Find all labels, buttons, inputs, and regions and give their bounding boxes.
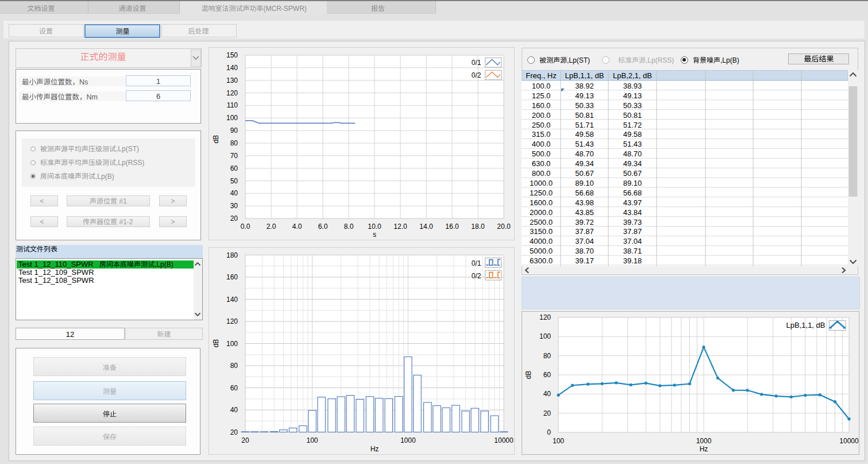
svg-text:>: > bbox=[171, 218, 175, 226]
svg-text:#1-2: #1-2 bbox=[119, 218, 133, 226]
svg-text:<: < bbox=[40, 197, 44, 205]
svg-text:1: 1 bbox=[156, 77, 160, 86]
svg-text:,Lp(B): ,Lp(B) bbox=[720, 56, 739, 64]
svg-text:12: 12 bbox=[66, 330, 74, 339]
svg-text:Nm: Nm bbox=[87, 93, 98, 101]
svg-text:,Lp(RSS): ,Lp(RSS) bbox=[116, 159, 144, 167]
svg-text:,Lp(ST): ,Lp(ST) bbox=[116, 145, 139, 153]
svg-text:,Lp(RSS): ,Lp(RSS) bbox=[646, 56, 674, 64]
svg-text:,Lp(ST): ,Lp(ST) bbox=[567, 56, 590, 64]
svg-text:#1: #1 bbox=[119, 197, 128, 205]
svg-text:<: < bbox=[40, 218, 44, 226]
svg-text:,Lp(B): ,Lp(B) bbox=[155, 260, 173, 269]
svg-text:>: > bbox=[171, 197, 175, 205]
svg-text:,Lp(B): ,Lp(B) bbox=[95, 172, 114, 181]
svg-text:Test 1_12_109_SPWR: Test 1_12_109_SPWR bbox=[18, 268, 94, 277]
svg-text:Ns: Ns bbox=[79, 78, 88, 86]
svg-text:Test 1_12_110_SPWR: Test 1_12_110_SPWR bbox=[18, 260, 94, 269]
svg-text:Test 1_12_108_SPWR: Test 1_12_108_SPWR bbox=[18, 276, 94, 285]
svg-text:(MCR-SPWR): (MCR-SPWR) bbox=[264, 5, 307, 13]
svg-text:6: 6 bbox=[156, 92, 160, 101]
